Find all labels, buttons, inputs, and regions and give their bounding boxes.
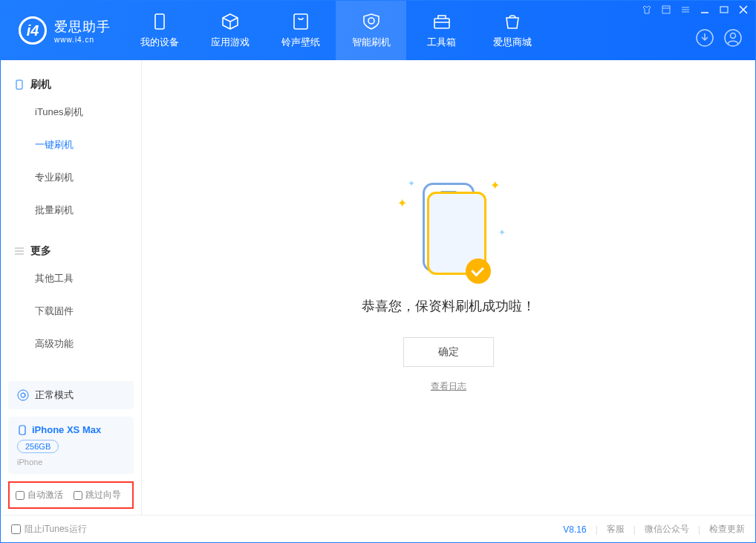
options-row: 自动激活 跳过向导 <box>8 481 134 509</box>
content-area: ✦✦✦✦ 恭喜您，保资料刷机成功啦！ 确定 查看日志 <box>142 60 755 515</box>
sidebar-section-more: 更多 其他工具下载固件高级功能 <box>1 227 141 360</box>
logo-title: 爱思助手 <box>54 18 111 36</box>
ok-button[interactable]: 确定 <box>403 337 494 367</box>
nav-toolbox[interactable]: 工具箱 <box>406 1 477 60</box>
sidebar-section-flash: 刷机 iTunes刷机一键刷机专业刷机批量刷机 <box>1 60 141 227</box>
version-label: V8.16 <box>563 524 586 535</box>
nav-cube[interactable]: 应用游戏 <box>195 1 265 60</box>
sidebar-item[interactable]: 专业刷机 <box>1 161 141 194</box>
sidebar-item[interactable]: 一键刷机 <box>1 129 141 161</box>
footer-link-wechat[interactable]: 微信公众号 <box>645 523 689 536</box>
svg-rect-21 <box>19 426 25 435</box>
skip-guide-checkbox[interactable]: 跳过向导 <box>74 489 121 501</box>
phone-icon <box>150 12 169 31</box>
logo-icon: i4 <box>19 16 47 45</box>
list-icon <box>14 246 25 256</box>
footer-link-support[interactable]: 客服 <box>607 523 625 536</box>
svg-rect-3 <box>434 19 449 28</box>
refresh-icon <box>17 389 29 401</box>
phone-icon <box>14 79 25 90</box>
svg-rect-0 <box>155 14 164 29</box>
svg-point-15 <box>731 33 736 39</box>
profile-area <box>696 29 742 47</box>
auto-activate-checkbox[interactable]: 自动激活 <box>16 489 63 501</box>
toolbox-icon <box>432 12 452 31</box>
svg-point-20 <box>18 390 28 400</box>
device-type: iPhone <box>17 458 125 466</box>
device-card[interactable]: iPhone XS Max 256GB iPhone <box>8 417 134 474</box>
svg-rect-1 <box>294 14 307 29</box>
logo-area: i4 爱思助手 www.i4.cn <box>1 16 124 45</box>
sidebar-item[interactable]: iTunes刷机 <box>1 96 141 129</box>
sidebar-item[interactable]: 高级功能 <box>1 328 141 360</box>
list-icon[interactable] <box>681 5 690 14</box>
footer-link-update[interactable]: 检查更新 <box>709 523 745 536</box>
check-icon <box>466 259 491 284</box>
mode-indicator[interactable]: 正常模式 <box>8 381 134 409</box>
user-icon[interactable] <box>724 29 742 47</box>
bag-icon <box>503 12 522 31</box>
shirt-icon[interactable] <box>642 5 651 14</box>
device-capacity: 256GB <box>17 440 59 453</box>
device-icon <box>17 425 27 435</box>
svg-rect-16 <box>16 80 22 89</box>
top-nav: 我的设备应用游戏铃声壁纸智能刷机工具箱爱思商城 <box>124 1 547 60</box>
close-icon[interactable] <box>739 5 748 14</box>
nav-shield[interactable]: 智能刷机 <box>336 1 406 60</box>
maximize-icon[interactable] <box>720 5 729 14</box>
sidebar-title-more: 更多 <box>1 240 141 262</box>
logo-url: www.i4.cn <box>54 36 111 44</box>
minimize-icon[interactable] <box>700 5 709 14</box>
sidebar: 刷机 iTunes刷机一键刷机专业刷机批量刷机 更多 其他工具下载固件高级功能 … <box>1 60 142 515</box>
svg-rect-4 <box>662 6 670 13</box>
nav-bag[interactable]: 爱思商城 <box>477 1 547 60</box>
svg-point-2 <box>368 18 374 24</box>
footer: 阻止iTunes运行 V8.16 | 客服 | 微信公众号 | 检查更新 <box>1 515 755 543</box>
shield-icon <box>362 12 381 31</box>
nav-phone[interactable]: 我的设备 <box>124 1 195 60</box>
svg-rect-10 <box>720 7 728 13</box>
sidebar-item[interactable]: 批量刷机 <box>1 194 141 227</box>
view-log-link[interactable]: 查看日志 <box>431 380 466 393</box>
sidebar-item[interactable]: 其他工具 <box>1 262 141 295</box>
header: i4 爱思助手 www.i4.cn 我的设备应用游戏铃声壁纸智能刷机工具箱爱思商… <box>1 1 755 60</box>
cube-icon <box>221 12 240 31</box>
window-controls <box>642 5 748 14</box>
wallpaper-icon <box>291 12 310 31</box>
download-icon[interactable] <box>696 29 714 47</box>
success-message: 恭喜您，保资料刷机成功啦！ <box>362 297 535 315</box>
block-itunes-checkbox[interactable]: 阻止iTunes运行 <box>11 523 87 536</box>
sidebar-item[interactable]: 下载固件 <box>1 295 141 328</box>
nav-wallpaper[interactable]: 铃声壁纸 <box>265 1 336 60</box>
sidebar-title-flash: 刷机 <box>1 74 141 96</box>
success-illustration: ✦✦✦✦ <box>415 183 482 279</box>
menu-icon[interactable] <box>662 5 671 14</box>
